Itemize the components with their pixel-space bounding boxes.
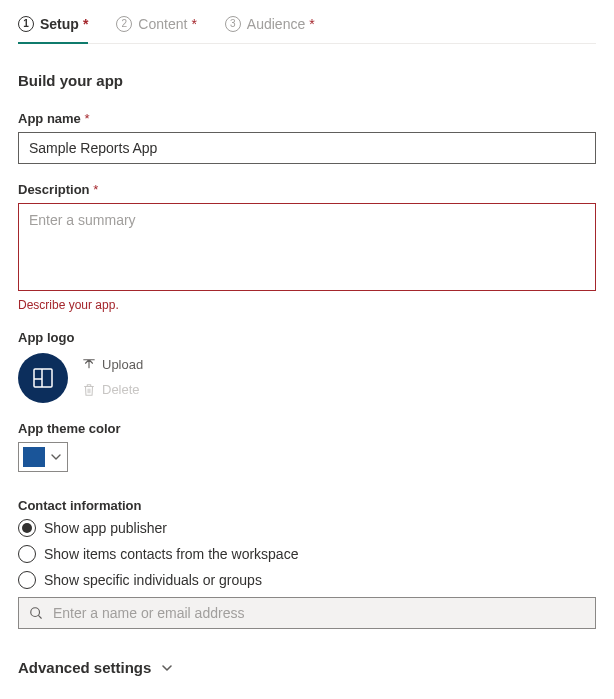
radio-label: Show items contacts from the workspace — [44, 546, 298, 562]
contact-option-publisher[interactable]: Show app publisher — [18, 519, 596, 537]
contact-search-box[interactable] — [18, 597, 596, 629]
radio-icon — [18, 545, 36, 563]
step-number-icon: 2 — [116, 16, 132, 32]
required-marker: * — [84, 111, 89, 126]
label-text: Description — [18, 182, 90, 197]
trash-icon — [82, 383, 96, 397]
radio-icon — [18, 519, 36, 537]
tab-audience[interactable]: 3 Audience* — [225, 12, 315, 44]
tab-content[interactable]: 2 Content* — [116, 12, 197, 44]
tab-label: Audience — [247, 16, 305, 32]
chevron-down-icon — [161, 662, 173, 674]
advanced-settings-label: Advanced settings — [18, 659, 151, 676]
theme-color-picker[interactable] — [18, 442, 68, 472]
required-marker: * — [191, 16, 196, 32]
upload-icon — [82, 358, 96, 372]
step-number-icon: 1 — [18, 16, 34, 32]
required-marker: * — [93, 182, 98, 197]
contact-info-label: Contact information — [18, 498, 596, 513]
svg-line-4 — [39, 616, 42, 619]
app-name-input[interactable] — [18, 132, 596, 164]
radio-icon — [18, 571, 36, 589]
app-logo-icon — [31, 366, 55, 390]
contact-option-workspace[interactable]: Show items contacts from the workspace — [18, 545, 596, 563]
contact-search-input[interactable] — [53, 605, 585, 621]
radio-label: Show specific individuals or groups — [44, 572, 262, 588]
description-label: Description * — [18, 182, 596, 197]
chevron-down-icon — [51, 452, 61, 462]
svg-rect-0 — [34, 369, 52, 387]
app-logo-label: App logo — [18, 330, 596, 345]
upload-logo-button[interactable]: Upload — [82, 357, 143, 372]
required-marker: * — [83, 16, 88, 32]
search-icon — [29, 606, 43, 620]
tab-label: Content — [138, 16, 187, 32]
upload-label: Upload — [102, 357, 143, 372]
wizard-tabs: 1 Setup* 2 Content* 3 Audience* — [18, 12, 596, 44]
tab-setup[interactable]: 1 Setup* — [18, 12, 88, 44]
label-text: App name — [18, 111, 81, 126]
theme-color-label: App theme color — [18, 421, 596, 436]
delete-logo-button: Delete — [82, 382, 143, 397]
app-name-label: App name * — [18, 111, 596, 126]
description-error: Describe your app. — [18, 298, 596, 312]
radio-label: Show app publisher — [44, 520, 167, 536]
page-title: Build your app — [18, 72, 596, 89]
delete-label: Delete — [102, 382, 140, 397]
advanced-settings-toggle[interactable]: Advanced settings — [18, 659, 596, 676]
tab-label: Setup — [40, 16, 79, 32]
logo-thumbnail — [18, 353, 68, 403]
required-marker: * — [309, 16, 314, 32]
color-swatch — [23, 447, 45, 467]
description-textarea[interactable] — [18, 203, 596, 291]
contact-option-specific[interactable]: Show specific individuals or groups — [18, 571, 596, 589]
svg-point-3 — [31, 608, 40, 617]
step-number-icon: 3 — [225, 16, 241, 32]
